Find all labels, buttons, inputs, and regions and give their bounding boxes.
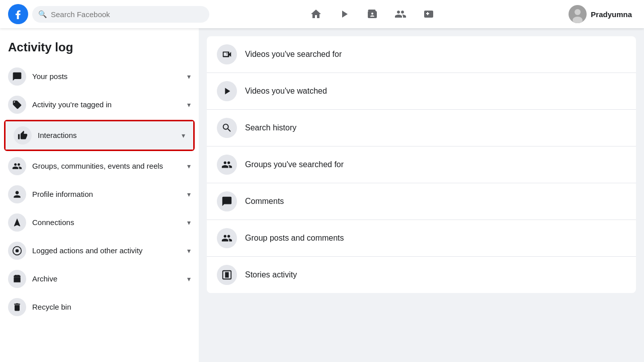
sidebar-item-archive[interactable]: Archive ▾ (0, 265, 199, 293)
sidebar-item-activity-tagged[interactable]: Activity you're tagged in ▾ (0, 91, 199, 119)
interactions-chevron: ▾ (182, 131, 185, 139)
sidebar-item-recycle-bin[interactable]: Recycle bin (0, 293, 199, 321)
marketplace-nav-button[interactable] (360, 2, 384, 26)
content-area: Videos you've searched for Videos you've… (199, 28, 644, 362)
sidebar-item-interactions-label: Interactions (38, 130, 182, 140)
videos-searched-label: Videos you've searched for (245, 50, 342, 59)
search-history-icon (217, 118, 237, 138)
activity-tagged-icon (8, 96, 26, 114)
group-posts-comments-label: Group posts and comments (245, 234, 344, 243)
logged-actions-chevron: ▾ (187, 247, 191, 255)
connections-chevron: ▾ (187, 219, 191, 227)
groups-searched-label: Groups you've searched for (245, 160, 344, 169)
sidebar-item-connections-label: Connections (32, 218, 187, 228)
your-posts-icon (8, 67, 26, 86)
facebook-logo[interactable] (8, 4, 28, 24)
content-item-search-history[interactable]: Search history (207, 110, 636, 147)
video-nav-button[interactable] (332, 2, 356, 26)
sidebar-item-profile-information-label: Profile information (32, 189, 187, 199)
profile-information-chevron: ▾ (187, 190, 191, 198)
svg-point-1 (575, 9, 581, 15)
interactions-icon (14, 126, 32, 144)
svg-point-4 (16, 249, 19, 253)
content-item-comments[interactable]: Comments (207, 183, 636, 220)
your-posts-chevron: ▾ (187, 73, 191, 81)
topnav-left: 🔍 (8, 4, 209, 24)
content-item-videos-watched[interactable]: Videos you've watched (207, 73, 636, 110)
sidebar-item-archive-label: Archive (32, 274, 187, 284)
sidebar-item-logged-actions[interactable]: Logged actions and other activity ▾ (0, 237, 199, 265)
activity-tagged-chevron: ▾ (187, 101, 191, 109)
logged-actions-icon (8, 242, 26, 260)
svg-rect-7 (14, 275, 20, 277)
sidebar-item-logged-actions-label: Logged actions and other activity (32, 246, 187, 256)
archive-icon (8, 270, 26, 288)
sidebar-item-your-posts-label: Your posts (32, 71, 187, 82)
search-history-label: Search history (245, 123, 296, 132)
groups-searched-icon (217, 155, 237, 175)
sidebar-item-your-posts[interactable]: Your posts ▾ (0, 62, 199, 91)
content-item-group-posts-comments[interactable]: Group posts and comments (207, 220, 636, 257)
interactions-highlight-box: Interactions ▾ (4, 120, 195, 151)
gaming-nav-button[interactable] (417, 2, 441, 26)
connections-icon (8, 213, 26, 232)
groups-communities-chevron: ▾ (187, 162, 191, 170)
topnav-right: Pradyumna (535, 3, 636, 25)
content-item-videos-searched[interactable]: Videos you've searched for (207, 36, 636, 73)
sidebar-title: Activity log (0, 36, 199, 62)
content-card: Videos you've searched for Videos you've… (207, 36, 636, 293)
sidebar-item-groups-communities[interactable]: Groups, communities, events and reels ▾ (0, 152, 199, 180)
group-posts-comments-icon (217, 228, 237, 248)
sidebar-item-profile-information[interactable]: Profile information ▾ (0, 180, 199, 208)
sidebar-item-recycle-bin-label: Recycle bin (32, 302, 191, 312)
comments-icon (217, 191, 237, 211)
main-layout: Activity log Your posts ▾ Activity you'r… (0, 28, 644, 362)
search-bar[interactable]: 🔍 (32, 6, 209, 23)
stories-activity-label: Stories activity (245, 270, 297, 279)
sidebar-item-interactions[interactable]: Interactions ▾ (6, 121, 193, 150)
groups-communities-icon (8, 157, 26, 175)
search-input[interactable] (51, 10, 203, 19)
top-navigation: 🔍 Pradyumna (0, 0, 644, 28)
videos-searched-icon (217, 44, 237, 64)
sidebar-item-connections[interactable]: Connections ▾ (0, 208, 199, 237)
content-item-groups-searched[interactable]: Groups you've searched for (207, 147, 636, 183)
avatar (569, 5, 587, 23)
home-nav-button[interactable] (304, 2, 328, 26)
sidebar-item-groups-communities-label: Groups, communities, events and reels (32, 161, 187, 171)
comments-label: Comments (245, 197, 284, 206)
recycle-bin-icon (8, 298, 26, 316)
stories-activity-icon (217, 265, 237, 285)
profile-information-icon (8, 185, 26, 203)
user-menu[interactable]: Pradyumna (565, 3, 636, 25)
sidebar-item-activity-tagged-label: Activity you're tagged in (32, 100, 187, 110)
topnav-center (209, 2, 535, 26)
user-name: Pradyumna (591, 10, 632, 19)
archive-chevron: ▾ (187, 275, 191, 283)
videos-watched-icon (217, 81, 237, 101)
groups-nav-button[interactable] (388, 2, 413, 26)
search-icon: 🔍 (38, 10, 47, 18)
videos-watched-label: Videos you've watched (245, 87, 327, 96)
content-item-stories-activity[interactable]: Stories activity (207, 257, 636, 293)
sidebar: Activity log Your posts ▾ Activity you'r… (0, 28, 199, 362)
